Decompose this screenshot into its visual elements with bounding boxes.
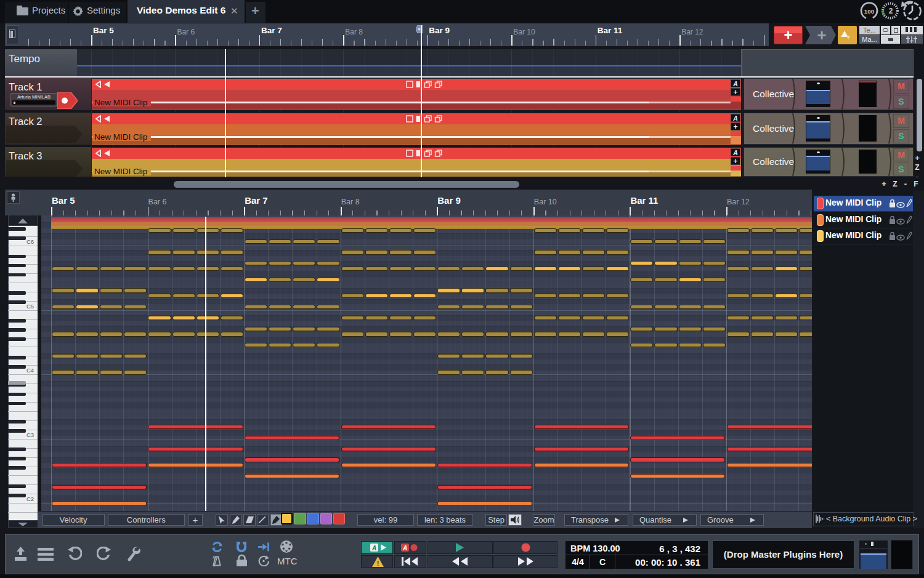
svg-text:!: !	[377, 560, 379, 567]
svg-text:2: 2	[889, 7, 893, 15]
svg-text:100: 100	[864, 8, 875, 15]
svg-text:+: +	[817, 26, 826, 44]
svg-text:A: A	[402, 545, 407, 552]
svg-text:A: A	[371, 545, 376, 552]
